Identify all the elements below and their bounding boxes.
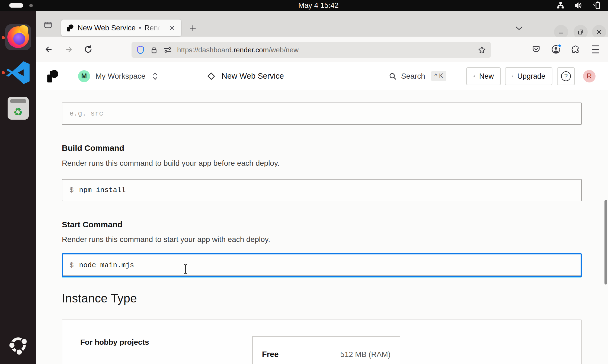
firefox-view-button[interactable] [42,20,54,30]
firefox-icon [5,24,31,50]
ubuntu-logo-icon [7,334,29,356]
dock-item-firefox[interactable] [0,24,36,50]
render-logo[interactable] [46,62,59,90]
free-instance-name: Free [262,350,279,359]
search-shortcut: ^ K [431,71,447,81]
header-divider [457,62,457,90]
account-notification-dot [558,44,562,48]
upgrade-button[interactable]: Upgrade [505,67,552,85]
render-app-header: M My Workspace New Web Service [36,62,608,90]
instance-type-heading: Instance Type [62,292,137,305]
navigation-toolbar: https://dashboard.render.com/web/new [36,37,608,62]
workspace-dot-inactive[interactable] [29,4,33,7]
build-command-heading: Build Command [62,143,124,153]
list-all-tabs-button[interactable] [513,22,525,34]
back-button[interactable] [44,45,53,53]
service-diamond-icon [206,71,216,81]
tab-favicon-render-icon [67,24,74,32]
tracking-protection-shield-icon[interactable] [136,45,145,55]
tab-strip: New Web Service • Rend [36,11,608,37]
active-tab[interactable]: New Web Service • Rend [61,20,181,36]
hobby-projects-label: For hobby projects [80,338,149,347]
forward-button[interactable] [64,45,73,53]
vscode-icon [5,60,31,86]
build-command-input[interactable]: $ npm install [62,179,582,201]
reload-button[interactable] [84,45,92,54]
tab-title-separator: • [139,24,141,32]
user-avatar: R [583,70,596,82]
dock-item-trash[interactable]: ♻ [0,97,36,120]
system-status-area[interactable] [556,0,601,11]
new-button[interactable]: New [466,67,501,85]
tab-close-icon[interactable] [168,23,177,33]
build-command-description: Render runs this command to build your a… [62,159,280,168]
page-scrollbar-thumb[interactable] [604,200,607,285]
pocket-icon[interactable] [532,45,540,53]
workspace-avatar: M [78,70,90,82]
start-command-description: Render runs this command to start your a… [62,235,270,244]
start-command-input[interactable]: $ node main.mjs [62,253,582,277]
workspace-selector[interactable]: M My Workspace [78,62,158,90]
workspace-indicator[interactable] [9,3,33,8]
header-divider [68,62,68,90]
tab-title: New Web Service [78,24,136,32]
page-title: New Web Service [222,72,284,81]
recycle-glyph: ♻ [13,107,23,117]
bookmark-star-icon[interactable] [478,46,486,54]
permissions-icon[interactable] [164,46,172,53]
chevron-up-down-icon [152,72,158,81]
help-button[interactable]: ? [557,67,575,85]
page-heading-group: New Web Service [206,62,284,90]
search-button[interactable]: Search ^ K [389,62,446,90]
search-icon [389,72,397,80]
workspace-pill-active[interactable] [9,3,23,8]
browser-window: New Web Service • Rend [36,11,608,364]
new-web-service-form: e.g. src Build Command Render runs this … [36,90,608,364]
build-command-value: npm install [79,186,126,194]
workspace-name: My Workspace [95,72,146,81]
shell-prompt: $ [69,186,74,194]
search-label: Search [401,72,425,81]
network-tree-icon [556,1,565,9]
lock-icon[interactable] [151,46,158,54]
volume-icon [574,1,583,9]
free-instance-card[interactable]: Free 512 MB (RAM) [252,336,400,364]
firefox-running-dot [2,36,5,39]
dock: ♻ [0,11,36,364]
url-bar[interactable]: https://dashboard.render.com/web/new [132,42,491,58]
free-instance-ram: 512 MB (RAM) [340,350,391,359]
root-directory-placeholder: e.g. src [69,110,103,118]
dock-item-vscode[interactable] [0,60,36,86]
system-top-bar: May 4 15:42 [0,0,608,11]
upgrade-button-label: Upgrade [517,72,545,81]
account-icon[interactable] [551,45,561,54]
start-command-value: node main.mjs [79,261,134,269]
text-cursor-pointer [182,263,189,275]
menu-hamburger-icon[interactable] [592,44,599,55]
clipped-text-top [62,91,404,92]
user-menu[interactable]: R [583,62,596,90]
start-command-heading: Start Command [62,220,122,229]
new-button-label: New [479,72,494,81]
dock-item-app-grid[interactable] [0,334,36,356]
root-directory-input[interactable]: e.g. src [62,103,582,125]
vscode-running-dot [2,71,5,74]
battery-charging-icon [592,1,601,10]
extensions-puzzle-icon[interactable] [571,45,580,54]
url-text[interactable]: https://dashboard.render.com/web/new [177,46,299,54]
header-divider [196,62,196,90]
trash-icon: ♻ [8,97,29,120]
instance-type-panel: For hobby projects Free 512 MB (RAM) [62,320,582,364]
tab-title-suffix: Rend [144,24,162,32]
question-mark-icon: ? [561,71,571,81]
new-tab-button[interactable] [187,22,199,34]
shell-prompt: $ [69,261,74,269]
system-clock[interactable]: May 4 15:42 [298,0,339,11]
